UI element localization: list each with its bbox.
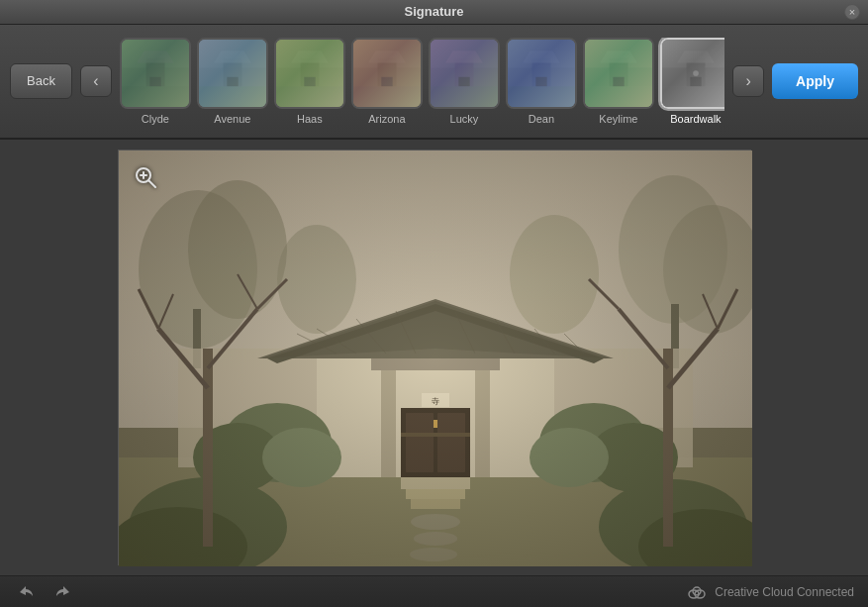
creative-cloud-icon	[687, 582, 707, 602]
svg-rect-10	[227, 77, 238, 86]
svg-rect-42	[662, 40, 724, 107]
svg-rect-0	[122, 40, 189, 107]
svg-line-116	[148, 181, 155, 188]
zoom-icon[interactable]	[131, 162, 160, 192]
svg-rect-34	[535, 77, 546, 86]
svg-marker-21	[368, 51, 406, 62]
svg-rect-44	[686, 58, 705, 86]
svg-rect-18	[353, 40, 421, 107]
undo-button[interactable]	[14, 580, 38, 604]
svg-rect-13	[276, 67, 343, 86]
filter-arizona-label: Arizona	[368, 113, 405, 125]
svg-rect-2	[145, 58, 164, 86]
filter-arizona-thumb	[351, 38, 423, 109]
temple-image: 寺	[119, 151, 752, 566]
image-container: 寺	[118, 150, 751, 565]
redo-button[interactable]	[51, 580, 75, 604]
svg-marker-3	[137, 51, 174, 62]
svg-rect-12	[276, 40, 343, 107]
filter-avenue-thumb	[197, 38, 268, 109]
svg-rect-19	[353, 67, 421, 86]
filter-lucky-label: Lucky	[450, 113, 479, 125]
filter-boardwalk-thumb	[660, 38, 724, 109]
filter-haas-thumb	[274, 38, 345, 109]
svg-rect-37	[585, 67, 652, 86]
svg-rect-30	[508, 40, 575, 107]
svg-marker-15	[291, 51, 329, 62]
filter-clyde-thumb	[120, 38, 191, 109]
svg-rect-26	[454, 58, 473, 86]
svg-rect-23	[353, 86, 421, 107]
window-title: Signature	[405, 4, 464, 19]
svg-rect-8	[223, 58, 241, 86]
svg-rect-14	[300, 58, 319, 86]
filter-clyde[interactable]: Clyde	[120, 38, 191, 125]
svg-marker-27	[445, 51, 483, 62]
prev-arrow-button[interactable]: ‹	[80, 65, 112, 97]
svg-rect-22	[381, 77, 392, 86]
svg-rect-32	[531, 58, 550, 86]
svg-rect-25	[431, 67, 498, 86]
back-button[interactable]: Back	[10, 63, 72, 99]
svg-rect-31	[508, 67, 575, 86]
svg-rect-17	[276, 86, 343, 107]
svg-rect-36	[585, 40, 652, 107]
apply-button[interactable]: Apply	[772, 63, 858, 99]
filter-boardwalk-label: Boardwalk	[670, 113, 721, 125]
svg-marker-33	[523, 51, 560, 62]
filter-keylime-label: Keylime	[599, 113, 637, 125]
filter-dean-label: Dean	[529, 113, 554, 125]
svg-rect-1	[122, 67, 189, 86]
status-bar: Creative Cloud Connected	[0, 575, 868, 607]
filter-dean[interactable]: Dean	[506, 38, 577, 125]
svg-rect-5	[122, 86, 189, 107]
filter-lucky-thumb	[429, 38, 500, 109]
close-button[interactable]: ×	[844, 4, 860, 20]
filter-dean-thumb	[506, 38, 577, 109]
main-area: 寺	[0, 140, 868, 575]
filter-haas[interactable]: Haas	[274, 38, 345, 125]
svg-rect-11	[199, 86, 266, 107]
svg-rect-46	[690, 77, 701, 86]
status-right: Creative Cloud Connected	[687, 582, 854, 602]
filter-avenue-label: Avenue	[214, 113, 250, 125]
svg-rect-6	[199, 40, 266, 107]
svg-rect-16	[304, 77, 315, 86]
svg-marker-39	[600, 51, 637, 62]
svg-rect-24	[431, 40, 498, 107]
svg-rect-47	[662, 86, 724, 107]
filter-lucky[interactable]: Lucky	[429, 38, 500, 125]
filters-strip: Clyde Avenue	[120, 38, 724, 125]
svg-point-48	[693, 70, 699, 76]
svg-rect-29	[431, 86, 498, 107]
svg-rect-20	[377, 58, 396, 86]
filter-keylime[interactable]: Keylime	[583, 38, 654, 125]
filter-keylime-thumb	[583, 38, 654, 109]
filter-clyde-label: Clyde	[142, 113, 169, 125]
toolbar: Back ‹ Clyde	[0, 25, 868, 140]
svg-rect-4	[149, 77, 160, 86]
filter-arizona[interactable]: Arizona	[351, 38, 423, 125]
svg-rect-35	[508, 86, 575, 107]
svg-rect-38	[609, 58, 627, 86]
svg-rect-7	[199, 67, 266, 86]
filter-haas-label: Haas	[297, 113, 323, 125]
status-left	[14, 580, 75, 604]
cc-connected-text: Creative Cloud Connected	[715, 585, 854, 599]
svg-marker-45	[677, 51, 715, 62]
svg-rect-114	[119, 151, 752, 566]
svg-rect-28	[458, 77, 469, 86]
svg-marker-9	[214, 51, 251, 62]
filter-avenue[interactable]: Avenue	[197, 38, 268, 125]
filter-boardwalk[interactable]: Boardwalk	[660, 38, 724, 125]
title-bar: Signature ×	[0, 0, 868, 25]
next-arrow-button[interactable]: ›	[732, 65, 764, 97]
svg-rect-41	[585, 86, 652, 107]
svg-rect-40	[613, 77, 624, 86]
svg-rect-43	[662, 67, 724, 86]
